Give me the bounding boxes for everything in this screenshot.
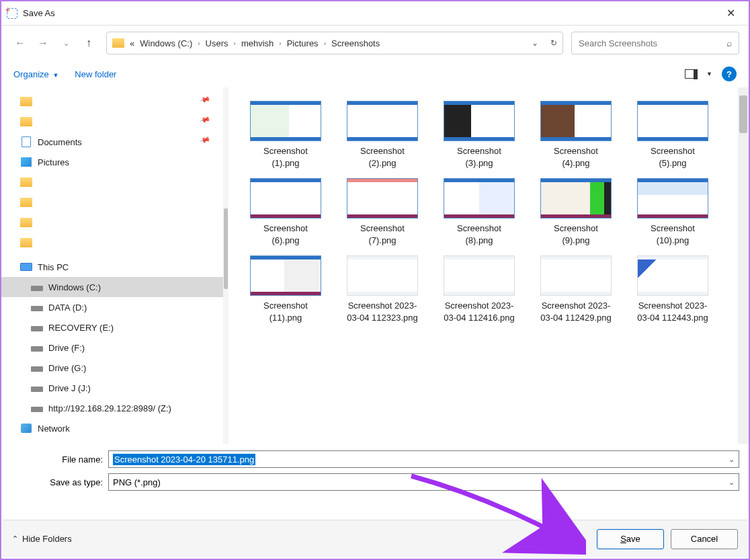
filename-input[interactable]: Screenshot 2023-04-20 135711.png ⌄ — [108, 450, 739, 468]
drive-icon — [31, 407, 43, 412]
tree-item-drive-g[interactable]: Drive (G:) — [1, 358, 223, 378]
file-item[interactable]: Screenshot (1).png — [249, 101, 323, 169]
refresh-icon[interactable]: ↻ — [550, 38, 557, 48]
address-bar[interactable]: « Windows (C:)› Users› mehvish› Pictures… — [106, 32, 563, 54]
breadcrumb-item[interactable]: Windows (C:) — [138, 37, 194, 50]
drive-icon — [31, 326, 43, 331]
hide-folders-toggle[interactable]: ⌃ Hide Folders — [12, 534, 72, 544]
tree-item-drive-d[interactable]: DATA (D:) — [1, 297, 223, 317]
file-item[interactable]: Screenshot (9).png — [539, 178, 613, 246]
chevron-right-icon: › — [196, 40, 201, 47]
view-options-icon[interactable] — [685, 69, 697, 79]
tree-item-network[interactable]: Network — [1, 418, 223, 438]
search-icon[interactable]: ⌕ — [726, 38, 732, 48]
forward-button[interactable]: → — [34, 34, 52, 52]
monitor-icon — [20, 263, 32, 271]
file-item[interactable]: Screenshot (7).png — [345, 178, 419, 246]
file-item[interactable]: Screenshot (5).png — [636, 101, 710, 169]
tree-item-drive-z[interactable]: http://192.168.29.122:8989/ (Z:) — [1, 398, 223, 418]
tree-item-documents[interactable]: Documents — [1, 132, 223, 152]
file-item[interactable]: Screenshot (11).png — [249, 255, 323, 323]
chevron-down-icon[interactable]: ▼ — [706, 71, 712, 77]
file-item[interactable]: Screenshot (3).png — [442, 101, 516, 169]
chevron-down-icon: ▼ — [52, 72, 58, 79]
splitter[interactable] — [223, 87, 228, 444]
chevron-right-icon: › — [323, 40, 327, 47]
breadcrumb-item[interactable]: Users — [204, 37, 230, 50]
recent-dropdown[interactable]: ⌄ — [56, 34, 75, 52]
breadcrumb-item[interactable]: Screenshots — [330, 37, 381, 50]
back-button[interactable]: ← — [11, 34, 30, 52]
tree-item-pictures[interactable]: Pictures — [1, 152, 223, 172]
breadcrumb-item[interactable]: mehvish — [240, 37, 275, 50]
window-title: Save As — [23, 8, 55, 18]
new-folder-button[interactable]: New folder — [75, 69, 116, 79]
file-item[interactable]: Screenshot (4).png — [539, 101, 613, 169]
scrollbar[interactable] — [738, 87, 749, 444]
tree-item-blank[interactable] — [1, 112, 223, 132]
file-item[interactable]: Screenshot 2023-03-04 112323.png — [345, 255, 419, 323]
chevron-right-icon: › — [278, 40, 282, 47]
file-item[interactable]: Screenshot (10).png — [636, 178, 710, 246]
app-icon — [7, 8, 17, 19]
breadcrumb-item[interactable]: Pictures — [286, 37, 320, 50]
save-button[interactable]: Save — [597, 529, 664, 549]
document-icon — [22, 136, 31, 147]
chevron-down-icon[interactable]: ⌄ — [728, 455, 735, 464]
cancel-button[interactable]: Cancel — [671, 529, 738, 549]
drive-icon — [31, 387, 43, 392]
tree-item-drive-e[interactable]: RECOVERY (E:) — [1, 317, 223, 337]
tree-item-blank[interactable] — [1, 192, 223, 212]
chevron-right-icon: › — [233, 40, 237, 47]
search-input[interactable]: ⌕ — [571, 32, 739, 54]
tree-item-blank[interactable] — [1, 233, 223, 253]
close-icon[interactable]: ✕ — [718, 4, 743, 22]
tree-item-drive-j[interactable]: Drive J (J:) — [1, 378, 223, 398]
breadcrumb: « Windows (C:)› Users› mehvish› Pictures… — [128, 37, 381, 50]
up-button[interactable]: ↑ — [79, 34, 98, 52]
chevron-down-icon[interactable]: ⌄ — [728, 478, 735, 487]
folder-icon — [112, 38, 124, 48]
filename-label: File name: — [11, 454, 108, 465]
network-icon — [21, 424, 32, 433]
save-type-select[interactable]: PNG (*.png) ⌄ — [108, 473, 739, 491]
drive-icon — [31, 366, 43, 372]
save-type-label: Save as type: — [11, 477, 108, 487]
tree-item-drive-c[interactable]: Windows (C:) — [1, 277, 223, 297]
organize-menu[interactable]: Organize ▼ — [13, 69, 58, 79]
file-item[interactable]: Screenshot (2).png — [345, 101, 419, 169]
tree-item-blank[interactable] — [1, 212, 223, 233]
help-icon[interactable]: ? — [722, 67, 737, 81]
file-item[interactable]: Screenshot 2023-03-04 112416.png — [442, 255, 516, 323]
pictures-icon — [21, 157, 32, 167]
drive-icon — [31, 306, 43, 311]
file-grid: Screenshot (1).png Screenshot (2).png Sc… — [228, 87, 749, 444]
file-item[interactable]: Screenshot 2023-03-04 112443.png — [636, 255, 710, 323]
tree-item-blank[interactable] — [1, 91, 223, 112]
tree-item-this-pc[interactable]: This PC — [1, 257, 223, 277]
file-item[interactable]: Screenshot 2023-03-04 112429.png — [539, 255, 613, 323]
drive-icon — [31, 286, 43, 291]
tree-item-drive-f[interactable]: Drive (F:) — [1, 337, 223, 358]
navigation-tree: 📌 📌 📌 Documents Pictures This PC Windows… — [1, 87, 223, 444]
file-item[interactable]: Screenshot (8).png — [442, 178, 516, 246]
tree-item-blank[interactable] — [1, 172, 223, 192]
drive-icon — [31, 346, 43, 352]
chevron-up-icon: ⌃ — [12, 534, 18, 543]
file-item[interactable]: Screenshot (6).png — [249, 178, 323, 246]
address-dropdown-icon[interactable]: ⌄ — [532, 38, 538, 48]
